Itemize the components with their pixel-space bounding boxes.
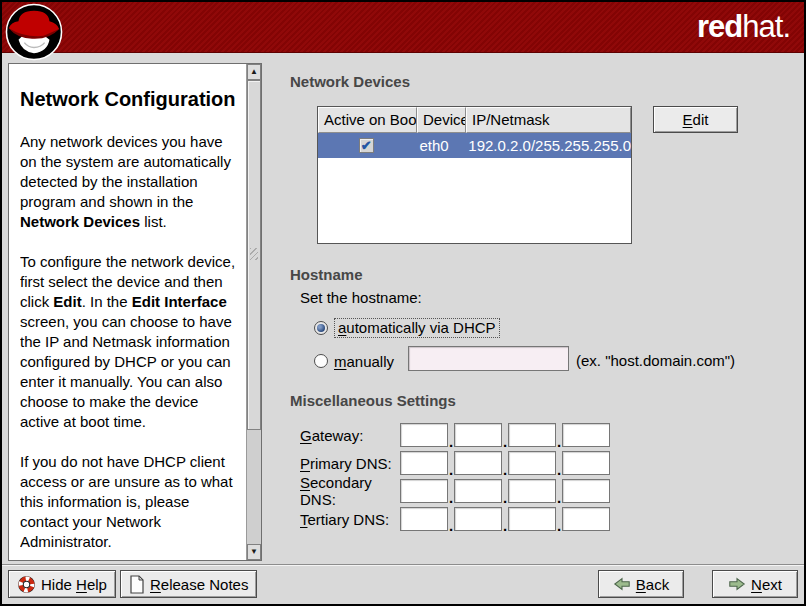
secondary-dns-row: Secondary DNS: . . . xyxy=(300,479,610,503)
help-paragraph: To configure the network device, first s… xyxy=(20,252,237,432)
checkmark-icon: ✔ xyxy=(361,139,372,152)
primary-dns-label: Primary DNS: xyxy=(300,455,400,472)
help-title: Network Configuration xyxy=(20,86,237,112)
scrollbar-up-arrow-icon[interactable]: ▲ xyxy=(247,64,261,80)
installer-window: redhat. Network Configuration Any networ… xyxy=(0,0,806,606)
tertiary-dns-label: Tertiary DNS: xyxy=(300,511,400,528)
manual-label[interactable]: manually xyxy=(334,353,394,370)
primary-dns-octet-3[interactable] xyxy=(508,451,556,475)
secondary-dns-octet-4[interactable] xyxy=(562,479,610,503)
next-button[interactable]: Next xyxy=(712,570,798,598)
hide-help-label: Hide Help xyxy=(41,576,107,593)
table-row-eth0[interactable]: ✔ eth0 192.0.2.0/255.255.255.0 xyxy=(318,133,631,158)
help-paragraphs: Any network devices you have on the syst… xyxy=(20,132,237,552)
gateway-row: Gateway: . . . xyxy=(300,423,610,447)
scrollbar-grip-icon xyxy=(250,248,258,260)
help-panel: Network Configuration Any network device… xyxy=(8,63,262,561)
help-text: Network Configuration Any network device… xyxy=(20,76,237,559)
footer-separator xyxy=(2,564,804,566)
gateway-label: Gateway: xyxy=(300,427,400,444)
hide-help-button[interactable]: Hide Help xyxy=(8,570,116,598)
radio-auto-dhcp[interactable] xyxy=(314,321,328,335)
document-icon xyxy=(129,575,145,594)
hostname-auto-option[interactable]: automatically via DHCP xyxy=(314,318,500,338)
device-cell: eth0 xyxy=(414,137,462,154)
gateway-octet-2[interactable] xyxy=(454,423,502,447)
ip-netmask-cell: 192.0.2.0/255.255.255.0 xyxy=(462,137,631,154)
primary-dns-octet-4[interactable] xyxy=(562,451,610,475)
help-scrollbar[interactable]: ▲ ▼ xyxy=(246,64,261,560)
primary-dns-row: Primary DNS: . . . xyxy=(300,451,610,475)
header-bar: redhat. xyxy=(2,2,804,53)
table-header-row: Active on Boot Device IP/Netmask xyxy=(318,107,631,133)
scrollbar-down-arrow-icon[interactable]: ▼ xyxy=(247,544,261,560)
tertiary-dns-octet-3[interactable] xyxy=(508,507,556,531)
next-arrow-icon xyxy=(728,576,746,592)
edit-button[interactable]: Edit xyxy=(653,106,738,133)
redhat-shadowman-logo-icon xyxy=(5,2,63,62)
back-arrow-icon xyxy=(613,576,631,592)
gateway-octet-1[interactable] xyxy=(400,423,448,447)
help-paragraph: Any network devices you have on the syst… xyxy=(20,132,237,232)
gateway-octet-4[interactable] xyxy=(562,423,610,447)
release-notes-label: Release Notes xyxy=(150,576,248,593)
gateway-octet-3[interactable] xyxy=(508,423,556,447)
hostname-manual-option[interactable]: manually xyxy=(314,351,394,371)
help-paragraph: If you do not have DHCP client access or… xyxy=(20,452,237,552)
primary-dns-octet-2[interactable] xyxy=(454,451,502,475)
edit-button-label: Edit xyxy=(683,111,709,128)
secondary-dns-octet-1[interactable] xyxy=(400,479,448,503)
network-devices-title: Network Devices xyxy=(290,73,410,90)
hostname-title: Hostname xyxy=(290,266,363,283)
wordmark-thin: hat. xyxy=(742,9,790,44)
primary-dns-octet-1[interactable] xyxy=(400,451,448,475)
redhat-wordmark: redhat. xyxy=(697,9,790,45)
tertiary-dns-row: Tertiary DNS: . . . xyxy=(300,507,610,531)
network-devices-table[interactable]: Active on Boot Device IP/Netmask ✔ eth0 … xyxy=(317,106,632,244)
active-on-boot-checkbox[interactable]: ✔ xyxy=(359,138,374,153)
misc-settings-title: Miscellaneous Settings xyxy=(290,392,456,409)
tertiary-dns-octet-4[interactable] xyxy=(562,507,610,531)
scrollbar-thumb[interactable] xyxy=(247,80,261,430)
secondary-dns-octet-2[interactable] xyxy=(454,479,502,503)
wordmark-bold: red xyxy=(697,9,742,44)
auto-dhcp-label[interactable]: automatically via DHCP xyxy=(334,318,500,338)
radio-manual[interactable] xyxy=(314,354,328,368)
next-label: Next xyxy=(751,576,782,593)
hostname-example-hint: (ex. "host.domain.com") xyxy=(576,352,735,369)
back-label: Back xyxy=(636,576,669,593)
tertiary-dns-octet-1[interactable] xyxy=(400,507,448,531)
column-header-device[interactable]: Device xyxy=(417,107,466,133)
tertiary-dns-octet-2[interactable] xyxy=(454,507,502,531)
set-hostname-label: Set the hostname: xyxy=(300,289,422,306)
hostname-input[interactable] xyxy=(408,346,569,371)
column-header-ip-netmask[interactable]: IP/Netmask xyxy=(466,107,631,133)
column-header-active-on-boot[interactable]: Active on Boot xyxy=(318,107,417,133)
active-on-boot-cell: ✔ xyxy=(318,138,414,153)
secondary-dns-octet-3[interactable] xyxy=(508,479,556,503)
back-button[interactable]: Back xyxy=(598,570,684,598)
release-notes-button[interactable]: Release Notes xyxy=(120,570,257,598)
secondary-dns-label: Secondary DNS: xyxy=(300,474,400,508)
lifesaver-icon xyxy=(17,575,36,594)
